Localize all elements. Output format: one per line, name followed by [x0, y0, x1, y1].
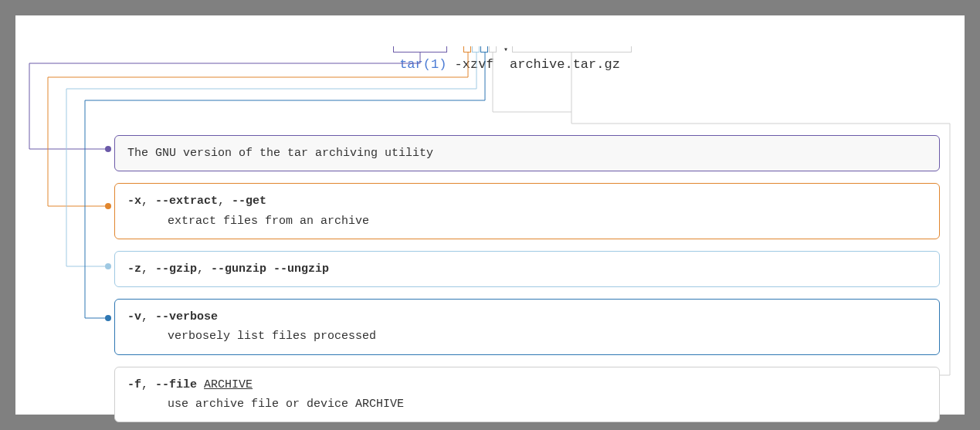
flag-z-synonyms: -z, --gzip, --gunzip --ungzip	[127, 260, 927, 278]
command-name-link[interactable]: tar(1)	[399, 57, 446, 72]
card-flag-z[interactable]: -z, --gzip, --gunzip --ungzip	[114, 251, 940, 287]
command-line: ▾ tar(1) -xzvf archive.tar.gz	[15, 28, 965, 86]
bracket-flag-f	[489, 46, 497, 52]
dropdown-icon[interactable]: ▾	[504, 46, 508, 54]
bracket-flag-x	[463, 46, 471, 52]
flag-f-synonyms: -f, --file ARCHIVE	[127, 376, 927, 394]
svg-point-3	[105, 315, 111, 321]
card-flag-x[interactable]: -x, --extract, --get extract files from …	[114, 183, 940, 239]
svg-point-1	[105, 203, 111, 209]
explain-panel: ▾ tar(1) -xzvf archive.tar.gz The GNU ve…	[15, 15, 965, 415]
svg-point-2	[105, 263, 111, 269]
summary-text: The GNU version of the tar archiving uti…	[127, 147, 433, 160]
card-flag-v[interactable]: -v, --verbose verbosely list files proce…	[114, 299, 940, 355]
command-flags: -xzvf	[455, 57, 494, 72]
card-flag-f[interactable]: -f, --file ARCHIVE use archive file or d…	[114, 367, 940, 423]
flag-v-description: verbosely list files processed	[127, 327, 927, 345]
flag-v-synonyms: -v, --verbose	[127, 308, 927, 326]
explanation-cards: The GNU version of the tar archiving uti…	[114, 135, 940, 430]
svg-point-0	[105, 146, 111, 152]
bracket-flag-v	[480, 46, 488, 52]
bracket-flag-z	[472, 46, 480, 52]
card-command-summary[interactable]: The GNU version of the tar archiving uti…	[114, 135, 940, 171]
command-argument: archive.tar.gz	[510, 57, 620, 72]
bracket-argument	[512, 46, 632, 52]
flag-x-synonyms: -x, --extract, --get	[127, 192, 927, 210]
flag-x-description: extract files from an archive	[127, 212, 927, 230]
bracket-command	[393, 46, 447, 52]
flag-f-description: use archive file or device ARCHIVE	[127, 395, 927, 413]
